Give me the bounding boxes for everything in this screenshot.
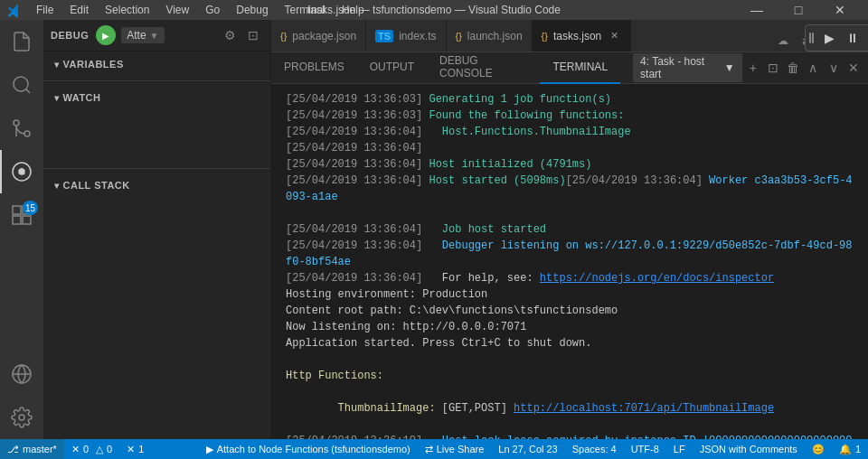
tab-action-sync[interactable]: ☁ (772, 30, 794, 52)
status-cursor-position[interactable]: Ln 27, Col 23 (491, 439, 564, 459)
terminal-content[interactable]: [25/04/2019 13:36:03] Generating 1 job f… (271, 84, 868, 439)
tab-launch-json[interactable]: {} launch.json (447, 20, 533, 52)
terminal-line-4: [25/04/2019 13:36:04] (286, 140, 854, 156)
error-count: 0 (83, 444, 89, 454)
status-spaces[interactable]: Spaces: 4 (565, 439, 624, 459)
index-ts-icon: TS (375, 30, 393, 42)
activity-extensions[interactable]: 15 (0, 193, 43, 237)
status-encoding[interactable]: UTF-8 (624, 439, 666, 459)
debug-pause-button[interactable]: ⏸ (842, 27, 863, 49)
tab-tasks-json-close[interactable]: ✕ (607, 29, 621, 43)
terminal-selector[interactable]: 4: Task - host start ▼ (633, 53, 742, 82)
terminal-line-8: [25/04/2019 13:36:04] Debugger listening… (286, 238, 854, 270)
debug-split-button[interactable]: ⊡ (243, 25, 263, 45)
activity-remote[interactable] (0, 352, 43, 396)
terminal-line-5: [25/04/2019 13:36:04] Host initialized (… (286, 156, 854, 173)
debug-label: DEBUG (51, 30, 89, 41)
live-share-icon: ⇄ (425, 444, 433, 455)
status-language[interactable]: JSON with Comments (693, 439, 805, 459)
debug-float-toolbar: ▶ ⏸ ↷ ↓ ↑ ↺ ⬛ (805, 24, 868, 52)
debug-continue-button[interactable]: ▶ (818, 27, 840, 49)
menu-file[interactable]: File (29, 2, 61, 18)
tab-index-ts[interactable]: TS index.ts (366, 20, 446, 52)
smiley-icon: 😊 (812, 444, 825, 455)
tab-output[interactable]: OUTPUT (357, 52, 427, 84)
tab-tasks-json-label: tasks.json (553, 30, 601, 42)
svg-point-2 (24, 131, 30, 136)
callstack-label: CALL STACK (63, 180, 130, 191)
panel-tabs: PROBLEMS OUTPUT DEBUG CONSOLE TERMINAL 4… (271, 52, 868, 84)
watch-content (43, 110, 270, 164)
menu-view[interactable]: View (158, 2, 196, 18)
window-controls: — □ ✕ (736, 0, 861, 20)
live-share-label: Live Share (437, 444, 485, 454)
terminal-line-12: Now listening on: http://0.0.0.0:7071 (286, 319, 854, 335)
watch-header[interactable]: ▾ WATCH (43, 85, 270, 110)
svg-rect-8 (23, 216, 31, 224)
tab-package-json-label: package.json (292, 30, 356, 42)
tab-terminal[interactable]: TERMINAL (540, 52, 620, 84)
activity-debug[interactable] (0, 150, 43, 193)
editor-panel-container: 1 { 2 "version": "2.0.0", (271, 52, 868, 439)
debug-task-icon: ▶ (206, 444, 213, 455)
activity-settings[interactable] (0, 396, 43, 439)
debug-play-button[interactable]: ▶ (96, 25, 116, 45)
status-live-share[interactable]: ⇄ Live Share (418, 439, 492, 459)
status-errors[interactable]: ✕ 0 △ 0 (64, 439, 119, 459)
callstack-content (43, 198, 270, 439)
terminal-split-button[interactable]: ⊡ (764, 58, 782, 78)
activity-source-control[interactable] (0, 107, 43, 150)
terminal-line-15: ThumbnailImage: [GET,POST] http://localh… (286, 400, 854, 417)
tab-problems[interactable]: PROBLEMS (271, 52, 357, 84)
maximize-button[interactable]: □ (778, 0, 819, 20)
status-debug-task[interactable]: ▶ Attach to Node Functions (tsfunctionsd… (199, 439, 418, 459)
debug-settings-button[interactable]: ⚙ (220, 25, 240, 45)
minimize-button[interactable]: — (736, 0, 778, 20)
tab-package-json[interactable]: {} package.json (271, 20, 366, 52)
terminal-maximize-button[interactable]: ∧ (804, 58, 822, 78)
svg-rect-7 (13, 216, 21, 224)
window-title: tasks.json — tsfunctionsdemo — Visual St… (307, 4, 561, 16)
encoding-label: UTF-8 (631, 444, 659, 454)
menu-go[interactable]: Go (198, 2, 227, 18)
status-lightning[interactable]: ✕ 1 (119, 439, 151, 459)
variables-section: ▾ VARIABLES (43, 52, 270, 77)
variables-header[interactable]: ▾ VARIABLES (43, 52, 270, 77)
terminal-line-14: Http Functions: (286, 368, 854, 384)
menu-edit[interactable]: Edit (62, 2, 96, 18)
terminal-minimize-button[interactable]: ∨ (825, 58, 843, 78)
terminal-blank-4 (286, 417, 854, 433)
spaces-label: Spaces: 4 (572, 444, 617, 454)
activity-search[interactable] (0, 63, 43, 107)
launch-json-icon: {} (456, 31, 462, 42)
status-left: ⎇ master* ✕ 0 △ 0 ✕ 1 (0, 439, 151, 459)
svg-point-3 (14, 120, 19, 126)
debug-config-chevron: ▼ (150, 31, 159, 41)
tab-debug-console[interactable]: DEBUG CONSOLE (427, 52, 540, 84)
vscode-logo (7, 3, 22, 17)
watch-arrow: ▾ (54, 93, 60, 103)
debug-config-selector[interactable]: Atte ▼ (121, 27, 164, 43)
tab-tasks-json[interactable]: {} tasks.json ✕ (533, 20, 632, 52)
tab-index-ts-label: index.ts (399, 30, 436, 42)
svg-point-0 (14, 77, 28, 91)
callstack-header[interactable]: ▾ CALL STACK (43, 173, 270, 198)
activity-explorer[interactable] (0, 20, 43, 63)
menu-selection[interactable]: Selection (98, 2, 156, 18)
status-git-branch[interactable]: ⎇ master* (0, 439, 64, 459)
terminal-trash-button[interactable]: 🗑 (784, 58, 802, 78)
watch-section: ▾ WATCH (43, 85, 270, 164)
variables-label: VARIABLES (63, 59, 124, 70)
terminal-close-button[interactable]: ✕ (844, 58, 863, 78)
tasks-json-icon: {} (542, 31, 548, 42)
status-eol[interactable]: LF (666, 439, 693, 459)
status-smiley[interactable]: 😊 (805, 439, 832, 459)
lightning-icon: ✕ (127, 444, 135, 455)
menu-debug[interactable]: Debug (229, 2, 275, 18)
terminal-line-1: [25/04/2019 13:36:03] Generating 1 job f… (286, 91, 854, 108)
close-button[interactable]: ✕ (819, 0, 861, 20)
debug-drag-handle[interactable] (809, 29, 815, 47)
status-notifications[interactable]: 🔔 1 (832, 439, 868, 459)
svg-point-9 (19, 415, 24, 420)
terminal-add-button[interactable]: + (744, 58, 762, 78)
